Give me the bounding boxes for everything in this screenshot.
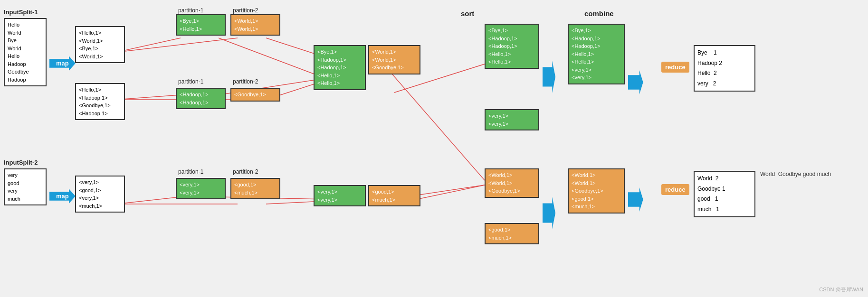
map-output-1b: <Hello,1> <Hadoop,1> <Goodbye,1> <Hadoop… [75,83,125,120]
combine-label: combine [584,9,614,18]
sort-orange-bottom: <good,1> <much,1> [485,223,539,244]
sort-combine-arrow-top [543,61,555,93]
reduce-label-top: reduce [661,62,689,73]
extra-text: World Goodbye good much [760,171,831,177]
reduce-label-bottom: reduce [661,184,689,195]
partition-1-label-top: partition-1 [178,7,203,14]
input-split-2-label: InputSplit-2 [4,159,38,166]
partition-1-label-bottom: partition-1 [178,78,203,85]
word: Hello [8,52,43,60]
combine-orange: <World,1> <World,1> <Goodbye,1> <good,1>… [568,168,625,213]
combine-green: <Bye,1> <Hadoop,1> <Hadoop,1> <Hello,1> … [568,24,625,84]
svg-line-4 [219,38,325,78]
sort-green-top: <Bye,1> <Hadoop,1> <Hadoop,1> <Hello,1> … [485,24,539,69]
input-split-2-box: very good very much [4,168,47,205]
input-split-1-label: InputSplit-1 [4,9,38,16]
reduce-output-top: Bye 1 Hadoop 2 Hello 2 very 2 [694,45,755,92]
svg-line-1 [116,38,238,52]
map-output-1a: <Hello,1> <World,1> <Bye,1> <World,1> [75,26,125,63]
shuffle-green-top: <Bye,1> <Hadoop,1> <Hadoop,1> <Hello,1> … [314,45,366,90]
word: very [8,171,43,179]
word: World [8,45,43,53]
input-split-1-box: Hello World Bye World Hello Hadoop Goodb… [4,18,47,86]
combine-reduce-arrow-top [628,70,643,94]
map2-arrow: map [49,189,76,204]
sort-label: sort [461,9,474,18]
partition-2-label-top: partition-2 [233,7,258,14]
sort-combine-arrow-bottom [543,197,555,229]
word: very [8,187,43,195]
word: Hadoop [8,60,43,68]
partition-1-green-map2: <very,1> <very,1> [176,178,226,199]
svg-line-12 [390,71,485,180]
combine-reduce-arrow-bottom [628,187,643,212]
word: Goodbye [8,68,43,76]
sort-orange-top: <World,1> <World,1> <Goodbye,1> [485,168,539,198]
word: much [8,195,43,203]
partition-1-label-map2: partition-1 [178,168,203,175]
word: Hadoop [8,76,43,84]
shuffle-green-bottom: <very,1> <very,1> [314,185,366,206]
word: Hello [8,21,43,29]
map-output-2: <very,1> <good,1> <very,1> <much,1> [75,176,125,213]
reduce-output-bottom: World 2 Goodbye 1 good 1 much 1 [694,171,755,217]
word: World [8,29,43,37]
partition-1a-green: <Bye,1> <Hello,1> [176,14,226,36]
map1-arrow: map [49,56,76,71]
svg-line-2 [116,95,181,100]
partition-2-label-map2: partition-2 [233,168,258,175]
sort-green-top2: <very,1> <very,1> [485,109,539,130]
shuffle-orange-top: <World,1> <World,1> <Goodbye,1> [368,45,420,74]
partition-1b-green: <Hadoop,1> <Hadoop,1> [176,88,226,109]
partition-2-orange-map2: <good,1> <much,1> [230,178,280,199]
svg-line-8 [116,197,181,204]
partition-2b-orange: <Goodbye,1> [230,88,280,102]
watermark: CSDN @吾岸WAN [819,286,863,293]
word: Bye [8,37,43,45]
word: good [8,179,43,187]
partition-2-label-bottom: partition-2 [233,78,258,85]
partition-2a-orange: <World,1> <World,1> [230,14,280,36]
svg-line-0 [116,38,181,52]
shuffle-orange-bottom: <good,1> <much,1> [368,185,420,206]
